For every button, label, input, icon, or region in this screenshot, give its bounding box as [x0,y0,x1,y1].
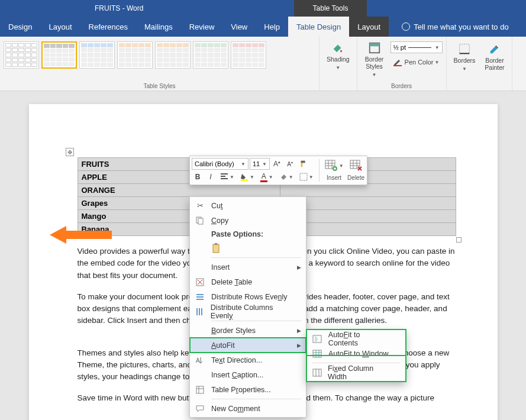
menu-insert[interactable]: Insert ▶ [190,260,306,274]
autofit-submenu: AutoFit to Contents AutoFit to Window Fi… [306,329,406,382]
document-title: FRUITS - Word [95,4,143,12]
tab-design[interactable]: Design [0,17,40,37]
delete-label: Delete [347,175,364,181]
highlight-icon [240,173,249,181]
menu-delete-table[interactable]: Delete Table [190,274,306,289]
font-color-icon: A [260,172,267,182]
grow-font-icon: A▴ [273,160,280,168]
cell[interactable]: ORANGE [78,184,280,197]
tab-references[interactable]: References [80,17,136,37]
font-color-button[interactable]: A▼ [258,171,276,183]
ribbon-tab-strip: Design Layout References Mailings Review… [0,17,526,37]
chevron-right-icon: ▶ [297,328,301,334]
border-painter-button[interactable]: Border Painter [481,40,508,73]
insert-button[interactable]: ▼ [322,158,346,173]
menu-insert-caption[interactable]: Insert Caption... [190,367,306,382]
chevron-down-icon: ▼ [262,161,267,167]
svg-rect-3 [460,44,470,54]
lightbulb-icon [402,22,410,31]
grow-font-button[interactable]: A▴ [271,158,283,170]
group-shading: Shading ▼ [320,37,357,91]
menu-distribute-columns[interactable]: Distribute Columns Evenly [190,304,306,319]
pen-icon [393,57,402,67]
table-style-plain[interactable] [4,41,39,69]
menu-insert-label: Insert [211,263,230,272]
bold-button[interactable]: B [192,171,204,183]
contextual-tab-label: Table Tools [294,0,367,17]
italic-icon: I [209,173,211,181]
delete-table-icon [350,160,363,172]
chevron-right-icon: ▶ [297,343,301,348]
font-size-combo[interactable]: 11▼ [250,158,270,170]
borders-button[interactable]: Borders ▼ [450,40,479,74]
italic-button[interactable]: I [205,171,217,183]
tab-help[interactable]: Help [256,17,288,37]
menu-border-styles[interactable]: Border Styles ▶ [190,323,306,338]
menu-copy[interactable]: Copy [190,213,306,228]
tab-table-design[interactable]: Table Design [288,17,349,37]
svg-rect-19 [313,350,321,357]
align-button[interactable]: ▼ [218,171,237,183]
highlight-button[interactable]: ▼ [238,171,257,183]
delete-button[interactable] [347,158,365,173]
table-style-orange[interactable] [117,41,153,69]
table-style-gold[interactable] [155,41,191,69]
insert-label: Insert [327,175,341,181]
table-style-red[interactable] [231,41,266,69]
svg-rect-14 [215,243,217,245]
svg-rect-2 [393,65,402,66]
submenu-autofit-window[interactable]: AutoFit to Window [307,346,405,361]
menu-cut[interactable]: ✂ Cut [190,198,306,213]
distribute-rows-icon [195,292,205,302]
ribbon: Table Styles Shading ▼ Border Styles ▼ ½… [0,37,526,91]
borders-mini-button[interactable]: ▼ [297,171,316,183]
menu-distribute-rows[interactable]: Distribute Rows Evenly [190,289,306,304]
pen-color-label: Pen Color [405,59,434,66]
chevron-right-icon: ▶ [297,264,301,270]
comment-icon [195,403,205,414]
pen-color-button[interactable]: Pen Color ▼ [391,56,443,69]
svg-rect-1 [369,43,379,47]
chevron-down-icon: ▼ [335,65,340,70]
tell-me-search[interactable]: Tell me what you want to do [393,17,517,37]
align-icon [220,173,228,181]
submenu-autofit-contents[interactable]: AutoFit to Contents [307,331,405,346]
svg-rect-17 [196,386,204,393]
submenu-fixed-width[interactable]: Fixed Column Width [307,365,405,380]
shading-button[interactable]: Shading ▼ [323,39,353,73]
menu-paste-option[interactable] [190,241,306,256]
table-move-handle[interactable]: ✥ [66,148,74,156]
tab-view[interactable]: View [222,17,256,37]
menu-copy-label: opy [217,217,228,225]
chevron-down-icon: ▼ [339,163,344,169]
menu-text-direction[interactable]: A Text Direction... [190,353,306,367]
group-draw-borders: Borders ▼ Border Painter [447,37,512,91]
tab-review[interactable]: Review [181,17,223,37]
menu-new-comment[interactable]: New Comment [190,401,306,416]
table-properties-icon [195,385,205,395]
font-family-combo[interactable]: Calibri (Body)▼ [192,158,249,170]
menu-table-properties[interactable]: Table Properties... [190,382,306,397]
tab-table-layout[interactable]: Layout [349,17,389,37]
shrink-font-icon: A▾ [287,160,293,167]
shading-label: Shading [327,56,350,63]
font-size-value: 11 [253,160,260,167]
table-resize-handle[interactable] [456,237,462,243]
table-style-grid[interactable] [41,41,77,69]
chevron-down-icon: ▼ [435,45,440,50]
borders-btn-label: Borders [454,57,476,64]
pen-weight-combo[interactable]: ½ pt ▼ [391,41,443,53]
border-icon [299,173,308,181]
shrink-font-button[interactable]: A▾ [284,158,296,170]
chevron-down-icon: ▼ [309,175,314,180]
border-styles-button[interactable]: Border Styles ▼ [361,39,388,80]
table-style-green[interactable] [193,41,228,69]
tab-mailings[interactable]: Mailings [136,17,181,37]
tab-layout[interactable]: Layout [40,17,80,37]
shading-mini-button[interactable]: ▼ [277,171,296,183]
cell[interactable] [280,184,456,197]
table-style-blue[interactable] [79,41,115,69]
menu-autofit[interactable]: AutoFit ▶ [190,338,306,353]
table-row: ORANGE [78,184,456,197]
format-painter-button[interactable] [297,158,310,170]
